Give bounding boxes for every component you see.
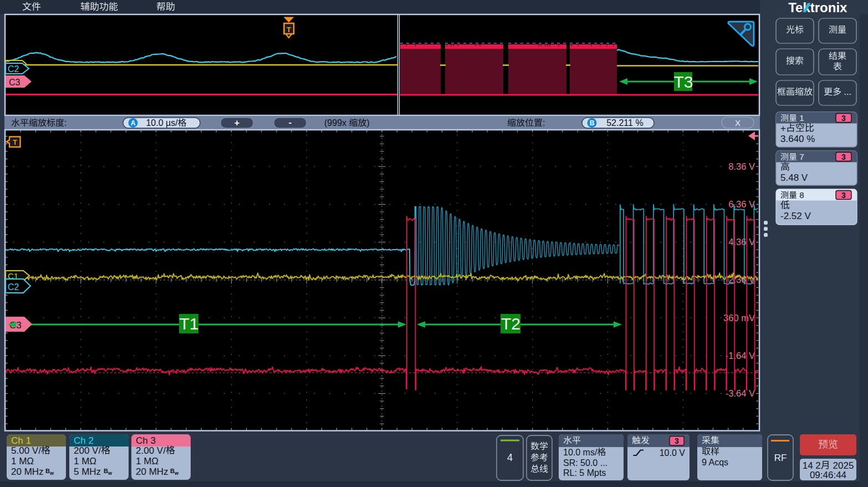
svg-text:C2: C2 xyxy=(8,64,19,74)
svg-text::: : xyxy=(64,118,67,128)
svg-text:RL: 5 Mpts: RL: 5 Mpts xyxy=(563,468,606,478)
svg-text:5.48 V: 5.48 V xyxy=(780,173,808,183)
svg-text:6.36 V: 6.36 V xyxy=(728,199,755,209)
svg-text:X: X xyxy=(735,118,741,128)
svg-text:T3: T3 xyxy=(674,73,693,91)
svg-text:3: 3 xyxy=(841,114,846,123)
svg-text::: : xyxy=(543,118,545,128)
svg-text:1: 1 xyxy=(797,113,804,123)
svg-text:RF: RF xyxy=(774,453,787,463)
svg-text:10.0 V: 10.0 V xyxy=(660,448,686,458)
svg-text:10.0 ms/: 10.0 ms/ xyxy=(563,448,598,457)
svg-text:4.36 V: 4.36 V xyxy=(728,237,755,247)
svg-text:-3.64 V: -3.64 V xyxy=(726,388,755,398)
svg-text:B: B xyxy=(104,468,108,474)
svg-text:9 Acqs: 9 Acqs xyxy=(702,458,728,467)
svg-text:Ch 2: Ch 2 xyxy=(74,435,94,446)
svg-text:+: + xyxy=(780,123,786,134)
svg-text:w: w xyxy=(108,470,113,476)
svg-text:1 MΩ: 1 MΩ xyxy=(74,456,96,466)
svg-text:T1: T1 xyxy=(180,314,199,333)
svg-text:10.0 µs/: 10.0 µs/ xyxy=(146,118,178,128)
svg-text:B: B xyxy=(170,468,175,474)
svg-text:200 V/: 200 V/ xyxy=(74,445,101,456)
svg-text:-2.52 V: -2.52 V xyxy=(780,211,811,221)
svg-text:Ch 1: Ch 1 xyxy=(11,435,31,446)
svg-text:T2: T2 xyxy=(501,314,520,333)
svg-text:T: T xyxy=(13,138,17,146)
svg-text:09:46:44: 09:46:44 xyxy=(810,470,846,480)
svg-text:-: - xyxy=(289,118,292,127)
svg-text:B: B xyxy=(45,468,50,474)
svg-text:1 MΩ: 1 MΩ xyxy=(11,456,34,466)
svg-text:3: 3 xyxy=(841,191,846,200)
svg-text:8.36 V: 8.36 V xyxy=(728,161,755,171)
svg-text:Ch 3: Ch 3 xyxy=(136,435,156,446)
svg-text:1 MΩ: 1 MΩ xyxy=(136,456,159,466)
svg-text:...: ... xyxy=(841,87,851,97)
svg-text:52.211 %: 52.211 % xyxy=(606,118,643,128)
svg-text:7: 7 xyxy=(797,152,804,161)
svg-text:3.640 %: 3.640 % xyxy=(780,134,815,144)
svg-text:20 MHz: 20 MHz xyxy=(136,466,169,477)
svg-text:w: w xyxy=(174,470,179,476)
svg-text:5 MHz: 5 MHz xyxy=(74,466,101,477)
svg-text:C3: C3 xyxy=(9,78,21,87)
svg-text:T: T xyxy=(287,26,291,34)
svg-text:3: 3 xyxy=(841,153,846,161)
svg-text:2.00 V/: 2.00 V/ xyxy=(136,445,166,456)
svg-text:3: 3 xyxy=(675,437,679,445)
svg-text:5.00 V/: 5.00 V/ xyxy=(11,445,41,456)
svg-text:SR: 50.0 ...: SR: 50.0 ... xyxy=(563,458,607,468)
svg-text:8: 8 xyxy=(797,190,804,200)
svg-text:): ) xyxy=(367,118,370,128)
svg-text:4: 4 xyxy=(507,452,513,463)
svg-text:C2: C2 xyxy=(8,282,19,292)
svg-text:w: w xyxy=(49,470,54,476)
svg-text:-1.64 V: -1.64 V xyxy=(726,351,755,361)
svg-text:360 mV: 360 mV xyxy=(723,313,755,323)
svg-text:Tektronix: Tektronix xyxy=(788,0,847,15)
svg-text:(999x: (999x xyxy=(324,118,349,128)
svg-text:20 MHz: 20 MHz xyxy=(11,466,44,477)
svg-text:B: B xyxy=(590,119,595,127)
svg-text:A: A xyxy=(131,119,136,127)
svg-text:+: + xyxy=(234,118,239,128)
